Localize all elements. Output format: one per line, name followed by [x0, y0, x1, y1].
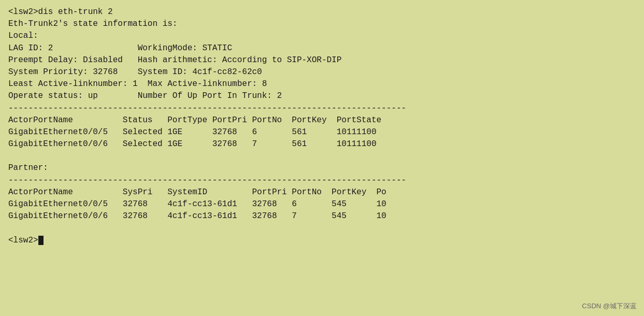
terminal-line-1: <lsw2>dis eth-trunk 2	[8, 6, 636, 18]
terminal-empty-1	[8, 150, 636, 162]
terminal-line-ge5-local: GigabitEthernet0/0/5 Selected 1GE 32768 …	[8, 126, 636, 138]
terminal-empty-2	[8, 222, 636, 234]
cursor-block	[38, 236, 44, 245]
terminal-line-8: Operate status: up Number Of Up Port In …	[8, 90, 636, 102]
watermark: CSDN @城下深蓝	[582, 301, 637, 311]
terminal-divider-2: ----------------------------------------…	[8, 175, 636, 186]
terminal-line-ge5-partner: GigabitEthernet0/0/5 32768 4c1f-cc13-61d…	[8, 198, 636, 210]
terminal-line-3: Local:	[8, 30, 636, 42]
terminal-line-header-partner: ActorPortName SysPri SystemID PortPri Po…	[8, 186, 636, 198]
terminal-divider-1: ----------------------------------------…	[8, 103, 636, 114]
terminal-line-5: Preempt Delay: Disabled Hash arithmetic:…	[8, 54, 636, 66]
terminal-line-2: Eth-Trunk2's state information is:	[8, 18, 636, 30]
terminal-prompt: <lsw2>	[8, 235, 636, 247]
terminal-line-4: LAG ID: 2 WorkingMode: STATIC	[8, 42, 636, 54]
terminal-line-7: Least Active-linknumber: 1 Max Active-li…	[8, 78, 636, 90]
terminal-line-ge6-partner: GigabitEthernet0/0/6 32768 4c1f-cc13-61d…	[8, 210, 636, 222]
terminal-partner-label: Partner:	[8, 162, 636, 174]
terminal-line-ge6-local: GigabitEthernet0/0/6 Selected 1GE 32768 …	[8, 138, 636, 150]
terminal-line-header-local: ActorPortName Status PortType PortPri Po…	[8, 114, 636, 126]
terminal-window: <lsw2>dis eth-trunk 2 Eth-Trunk2's state…	[0, 0, 644, 316]
terminal-line-6: System Priority: 32768 System ID: 4c1f-c…	[8, 66, 636, 78]
